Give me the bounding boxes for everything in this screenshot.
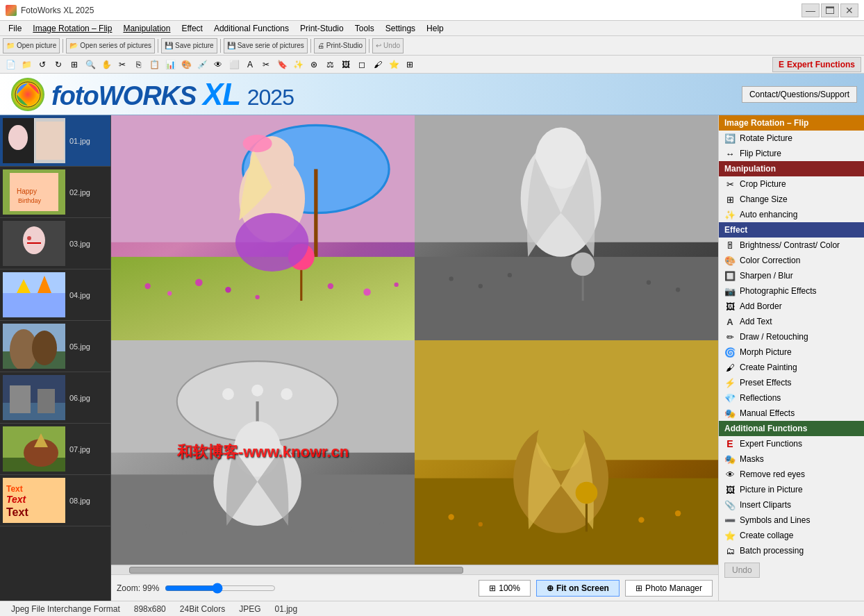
svg-point-11 <box>23 226 45 254</box>
zoom-100-button[interactable]: ⊞ 100% <box>479 580 531 597</box>
rp-reflections[interactable]: 💎 Reflections <box>719 390 864 406</box>
photo-mgr-icon: ⊞ <box>635 583 642 593</box>
thumbnail-item-03[interactable]: 03.jpg <box>0 218 110 269</box>
rp-expert-functions[interactable]: E Expert Functions <box>719 436 864 451</box>
menu-rotation[interactable]: Image Rotation – Flip <box>27 22 117 35</box>
svg-text:Happy: Happy <box>17 188 37 195</box>
menu-tools[interactable]: Tools <box>349 22 380 35</box>
zoom-slider[interactable] <box>165 583 276 594</box>
tb-palette-icon[interactable]: 🎨 <box>178 57 194 72</box>
rp-batch-processing[interactable]: 🗂 Batch processing <box>719 543 864 558</box>
status-filename: 01.jpg <box>275 604 298 614</box>
thumbnail-item-07[interactable]: 07.jpg <box>0 424 110 475</box>
tb-hist-icon[interactable]: 📊 <box>163 57 178 72</box>
tb-star-icon[interactable]: ⭐ <box>386 57 401 72</box>
tb-square-icon[interactable]: ⬜ <box>226 57 242 72</box>
menu-effect[interactable]: Effect <box>176 22 208 35</box>
photo-manager-button[interactable]: ⊞ Photo Manager <box>625 580 713 597</box>
tb-cut-icon[interactable]: ✂ <box>115 57 130 72</box>
rp-flip-picture[interactable]: ↔ Flip Picture <box>719 146 864 161</box>
rp-remove-red-eyes[interactable]: 👁 Remove red eyes <box>719 467 864 482</box>
menu-settings[interactable]: Settings <box>380 22 421 35</box>
rp-sharpen-blur[interactable]: 🔲 Sharpen / Blur <box>719 268 864 283</box>
thumbnail-item-04[interactable]: 04.jpg <box>0 269 110 321</box>
open-picture-button[interactable]: 📁 Open picture <box>3 38 60 53</box>
rp-auto-enhancing[interactable]: ✨ Auto enhancing <box>719 207 864 222</box>
rp-morph-picture[interactable]: 🌀 Morph Picture <box>719 344 864 360</box>
rp-change-size[interactable]: ⊞ Change Size <box>719 192 864 207</box>
close-button[interactable]: ✕ <box>840 3 858 17</box>
rp-brightness[interactable]: 🎚 Brightness/ Contrast/ Color <box>719 238 864 253</box>
svg-point-80 <box>379 522 383 526</box>
tb-zoom-icon[interactable]: 🔍 <box>83 57 98 72</box>
save-serie-button[interactable]: 💾 Save serie of pictures <box>224 38 308 53</box>
tb-mirror-icon[interactable]: ⊛ <box>306 57 322 72</box>
rp-add-text[interactable]: A Add Text <box>719 314 864 329</box>
tb-stamp-icon[interactable]: 🔖 <box>274 57 290 72</box>
tb-pan-icon[interactable]: ✋ <box>99 57 114 72</box>
rp-color-correction[interactable]: 🎨 Color Correction <box>719 253 864 268</box>
thumbnail-item-08[interactable]: Text Text Text 08.jpg <box>0 475 110 526</box>
rp-picture-in-picture[interactable]: 🖼 Picture in Picture <box>719 482 864 497</box>
svg-point-79 <box>350 527 354 531</box>
open-series-button[interactable]: 📂 Open series of pictures <box>66 38 155 53</box>
thumbnail-image-08: Text Text Text <box>3 478 65 523</box>
rp-crop-picture[interactable]: ✂ Crop Picture <box>719 176 864 192</box>
save-picture-button[interactable]: 💾 Save picture <box>161 38 217 53</box>
maximize-button[interactable]: 🗖 <box>821 3 839 17</box>
tb-text-icon[interactable]: A <box>242 57 258 72</box>
tb-eye-icon[interactable]: 👁 <box>210 57 226 72</box>
rp-manual-effects[interactable]: 🎭 Manual Effects <box>719 406 864 421</box>
tb-compare-icon[interactable]: ⚖ <box>322 57 338 72</box>
svg-rect-24 <box>10 385 31 413</box>
rp-undo-button[interactable]: Undo <box>724 563 760 578</box>
tb-open-icon[interactable]: 📁 <box>19 57 34 72</box>
expert-functions-toolbar-btn[interactable]: E Expert Functions <box>772 57 861 72</box>
rp-masks[interactable]: 🎭 Masks <box>719 451 864 467</box>
color-correction-icon: 🎨 <box>724 255 736 266</box>
tb-scissors-icon[interactable]: ✂ <box>258 57 274 72</box>
menu-manipulation[interactable]: Manipulation <box>117 22 176 35</box>
minimize-button[interactable]: — <box>801 3 820 17</box>
svg-point-78 <box>182 531 186 535</box>
thumbnail-label-08: 08.jpg <box>69 497 90 505</box>
rp-insert-cliparts[interactable]: 📎 Insert Cliparts <box>719 497 864 513</box>
rp-photographic-effects[interactable]: 📷 Photographic Effects <box>719 283 864 299</box>
canvas-area: 和软博客-www.knowr.cn <box>111 115 718 601</box>
rp-create-collage[interactable]: ⭐ Create collage <box>719 528 864 543</box>
tb-color-pick-icon[interactable]: 💉 <box>194 57 210 72</box>
tb-rotate-cw-icon[interactable]: ↻ <box>51 57 66 72</box>
menu-print[interactable]: Print-Studio <box>294 22 349 35</box>
tb-thumbnail-icon[interactable]: ⊞ <box>67 57 82 72</box>
rp-symbols-lines[interactable]: ➖ Symbols and Lines <box>719 513 864 528</box>
rp-rotate-picture[interactable]: 🔄 Rotate Picture <box>719 131 864 146</box>
rp-create-painting[interactable]: 🖌 Create Painting <box>719 360 864 375</box>
rp-add-border[interactable]: 🖼 Add Border <box>719 299 864 314</box>
thumbnail-item-02[interactable]: Happy Birthday 02.jpg <box>0 167 110 218</box>
canvas-horizontal-scrollbar[interactable] <box>111 565 718 574</box>
thumbnail-item-06[interactable]: 06.jpg <box>0 372 110 424</box>
rp-preset-effects[interactable]: ⚡ Preset Effects <box>719 375 864 390</box>
tb-new-icon[interactable]: 📄 <box>3 57 18 72</box>
menu-additional[interactable]: Additional Functions <box>208 22 294 35</box>
thumbnail-item-05[interactable]: 05.jpg <box>0 321 110 372</box>
tb-paste-icon[interactable]: 📋 <box>147 57 162 72</box>
tb-grid-icon[interactable]: ⊞ <box>402 57 417 72</box>
tb-pic-in-pic-icon[interactable]: 🖼 <box>338 57 354 72</box>
section-header-rotation: Image Rotation – Flip <box>719 115 864 131</box>
rp-draw-retouching[interactable]: ✏ Draw / Retouching <box>719 329 864 344</box>
fit-screen-button[interactable]: ⊕ Fit on Screen <box>536 580 620 597</box>
tb-copy-icon[interactable]: ⎘ <box>131 57 146 72</box>
scrollbar-thumb[interactable] <box>129 567 463 574</box>
menu-help[interactable]: Help <box>421 22 449 35</box>
tb-eraser-icon[interactable]: ◻ <box>354 57 369 72</box>
thumbnail-image-07 <box>3 426 65 472</box>
menu-file[interactable]: File <box>3 22 27 35</box>
contact-button[interactable]: Contact/Questions/Support <box>742 86 857 103</box>
tb-wand-icon[interactable]: ✨ <box>290 57 306 72</box>
tb-rotate-ccw-icon[interactable]: ↺ <box>35 57 50 72</box>
tb-paint-icon[interactable]: 🖌 <box>370 57 385 72</box>
print-studio-button[interactable]: 🖨 Print-Studio <box>314 38 366 53</box>
undo-button[interactable]: ↩ Undo <box>372 38 404 53</box>
thumbnail-item-01[interactable]: 01.jpg <box>0 115 110 167</box>
